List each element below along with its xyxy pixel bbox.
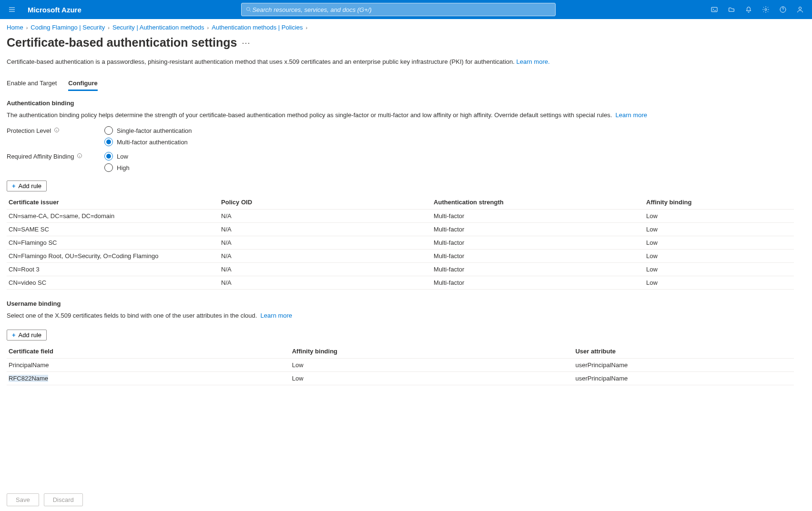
cell-affinity: Low <box>644 263 794 276</box>
cell-issuer: CN=Flamingo SC <box>7 236 219 250</box>
cell-affinity: Low <box>290 359 574 372</box>
auth-binding-heading: Authentication binding <box>7 100 794 107</box>
cell-affinity: Low <box>644 223 794 236</box>
protection-multi-factor-radio[interactable]: Multi-factor authentication <box>104 138 192 146</box>
global-search[interactable] <box>241 3 556 16</box>
protection-multi-factor-label: Multi-factor authentication <box>117 139 188 146</box>
cell-oid: N/A <box>219 236 432 250</box>
table-row[interactable]: CN=Flamingo Root, OU=Security, O=Coding … <box>7 250 794 263</box>
table-row[interactable]: CN=Root 3N/AMulti-factorLow <box>7 263 794 276</box>
auth-binding-desc-text: The authentication binding policy helps … <box>7 111 612 119</box>
learn-more-label: Learn more <box>516 58 548 65</box>
table-row[interactable]: RFC822NameLowuserPrincipalName <box>7 372 794 385</box>
settings-icon[interactable] <box>758 0 774 19</box>
tab-enable-and-target[interactable]: Enable and Target <box>7 77 57 91</box>
search-icon <box>245 6 252 13</box>
affinity-low-radio[interactable]: Low <box>104 152 130 160</box>
protection-level-text: Protection Level <box>7 127 51 134</box>
col-policy-oid[interactable]: Policy OID <box>219 195 432 210</box>
brand-label: Microsoft Azure <box>28 6 81 14</box>
col-user-attribute[interactable]: User attribute <box>573 344 794 359</box>
cell-strength: Multi-factor <box>432 236 644 250</box>
search-input[interactable] <box>252 6 551 13</box>
learn-more-link[interactable]: Learn more. <box>516 58 549 65</box>
table-header-row: Certificate field Affinity binding User … <box>7 344 794 359</box>
topbar-icons <box>706 0 808 19</box>
radio-icon <box>104 163 113 172</box>
topbar: Microsoft Azure <box>0 0 812 19</box>
protection-level-options: Single-factor authentication Multi-facto… <box>104 126 192 146</box>
cell-attr: userPrincipalName <box>573 372 794 385</box>
notifications-icon[interactable] <box>741 0 757 19</box>
cell-affinity: Low <box>644 210 794 223</box>
plus-icon: + <box>12 331 16 339</box>
cell-affinity: Low <box>644 250 794 263</box>
intro-text: Certificate-based authentication is a pa… <box>7 58 794 65</box>
more-icon[interactable]: ⋯ <box>242 38 250 48</box>
protection-level-label: Protection Level <box>7 126 104 134</box>
svg-point-4 <box>799 7 801 10</box>
cell-oid: N/A <box>219 223 432 236</box>
cell-affinity: Low <box>644 276 794 290</box>
col-affinity-binding[interactable]: Affinity binding <box>644 195 794 210</box>
breadcrumb-item[interactable]: Coding Flamingo | Security <box>30 24 105 31</box>
directory-icon[interactable] <box>723 0 740 19</box>
col-certificate-issuer[interactable]: Certificate issuer <box>7 195 219 210</box>
table-row[interactable]: CN=same-CA, DC=same, DC=domainN/AMulti-f… <box>7 210 794 223</box>
affinity-binding-row: Required Affinity Binding Low High <box>7 152 794 172</box>
help-icon[interactable] <box>775 0 791 19</box>
plus-icon: + <box>12 182 16 190</box>
username-binding-learn-more[interactable]: Learn more <box>261 312 292 319</box>
table-row[interactable]: CN=Flamingo SCN/AMulti-factorLow <box>7 236 794 250</box>
feedback-icon[interactable] <box>792 0 808 19</box>
cell-issuer: CN=SAME SC <box>7 223 219 236</box>
table-header-row: Certificate issuer Policy OID Authentica… <box>7 195 794 210</box>
col-auth-strength[interactable]: Authentication strength <box>432 195 644 210</box>
protection-single-factor-radio[interactable]: Single-factor authentication <box>104 126 192 135</box>
cell-field: PrincipalName <box>7 359 290 372</box>
tab-configure[interactable]: Configure <box>68 77 97 91</box>
info-icon[interactable] <box>77 153 82 160</box>
table-row[interactable]: CN=SAME SCN/AMulti-factorLow <box>7 223 794 236</box>
cell-strength: Multi-factor <box>432 223 644 236</box>
tabs: Enable and Target Configure <box>7 77 794 91</box>
auth-binding-learn-more[interactable]: Learn more <box>616 111 647 119</box>
affinity-binding-options: Low High <box>104 152 130 172</box>
cell-issuer: CN=Root 3 <box>7 263 219 276</box>
protection-single-factor-label: Single-factor authentication <box>117 127 192 134</box>
cell-issuer: CN=Flamingo Root, OU=Security, O=Coding … <box>7 250 219 263</box>
table-row[interactable]: PrincipalNameLowuserPrincipalName <box>7 359 794 372</box>
svg-point-0 <box>247 7 250 10</box>
cloud-shell-icon[interactable] <box>706 0 722 19</box>
info-icon[interactable] <box>54 127 60 134</box>
col-affinity-binding[interactable]: Affinity binding <box>290 344 574 359</box>
protection-level-row: Protection Level Single-factor authentic… <box>7 126 794 146</box>
radio-checked-icon <box>104 152 113 160</box>
affinity-high-radio[interactable]: High <box>104 163 130 172</box>
add-user-rule-button[interactable]: + Add rule <box>7 330 47 341</box>
chevron-right-icon: › <box>108 25 110 30</box>
username-binding-desc-text: Select one of the X.509 certificates fie… <box>7 312 257 319</box>
radio-icon <box>104 126 113 135</box>
breadcrumb-item[interactable]: Security | Authentication methods <box>112 24 204 31</box>
breadcrumb-item[interactable]: Authentication methods | Policies <box>212 24 303 31</box>
svg-point-2 <box>765 9 767 10</box>
affinity-low-label: Low <box>117 153 128 160</box>
menu-icon[interactable] <box>4 0 20 19</box>
cell-attr: userPrincipalName <box>573 359 794 372</box>
breadcrumb-item[interactable]: Home <box>7 24 23 31</box>
username-binding-heading: Username binding <box>7 300 794 307</box>
affinity-high-label: High <box>117 164 130 171</box>
add-auth-rule-button[interactable]: + Add rule <box>7 180 47 191</box>
radio-checked-icon <box>104 138 113 146</box>
add-rule-label: Add rule <box>19 331 41 339</box>
affinity-binding-label: Required Affinity Binding <box>7 152 104 160</box>
table-row[interactable]: CN=video SCN/AMulti-factorLow <box>7 276 794 290</box>
username-binding-table: Certificate field Affinity binding User … <box>7 344 794 385</box>
chevron-right-icon: › <box>207 25 209 30</box>
breadcrumb: Home › Coding Flamingo | Security › Secu… <box>0 19 812 34</box>
cell-strength: Multi-factor <box>432 276 644 290</box>
intro-body: Certificate-based authentication is a pa… <box>7 58 515 65</box>
auth-binding-table: Certificate issuer Policy OID Authentica… <box>7 195 794 290</box>
col-certificate-field[interactable]: Certificate field <box>7 344 290 359</box>
